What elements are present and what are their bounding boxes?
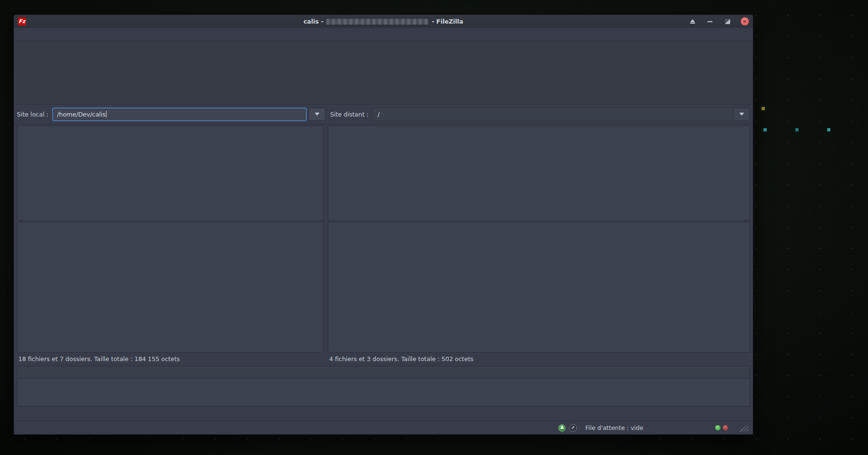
local-list-status: 18 fichiers et 7 dossiers. Taille totale… — [17, 355, 323, 363]
remote-directory-tree — [328, 126, 750, 221]
titlebar[interactable]: Fz calis - - FileZilla ✕ — [14, 15, 753, 28]
maximize-button[interactable] — [723, 17, 732, 26]
shade-button[interactable] — [688, 17, 697, 26]
remote-file-list — [328, 222, 750, 352]
window-title: calis - - FileZilla — [14, 18, 753, 25]
remote-site-input[interactable]: / — [373, 108, 733, 121]
statusbar: A File d'attente : vide — [14, 421, 753, 434]
transfer-queue-body — [17, 378, 749, 406]
remote-list-status: 4 fichiers et 3 dossiers. Taille totale … — [328, 355, 750, 363]
local-site-label: Site local : — [17, 111, 48, 118]
site-path-row: Site local : /home/Dev/calis Site distan… — [14, 104, 753, 124]
minimize-button[interactable] — [706, 17, 714, 26]
desktop-icon-dot — [761, 107, 765, 110]
minimize-icon — [708, 21, 712, 22]
eject-icon — [690, 19, 695, 24]
desktop-icon-dot — [795, 128, 799, 131]
resize-grip[interactable] — [739, 424, 748, 432]
redacted-title-segment — [326, 19, 428, 25]
transfer-mode-auto-icon[interactable]: A — [558, 424, 566, 432]
local-site-dropdown-button[interactable] — [308, 108, 325, 121]
local-file-list — [17, 222, 323, 352]
status-led-red — [723, 425, 728, 430]
menubar — [14, 28, 753, 41]
remote-site-dropdown-button[interactable] — [733, 108, 750, 121]
desktop-icon-dot — [763, 128, 767, 131]
local-directory-tree — [17, 126, 323, 221]
status-led-green — [715, 425, 721, 430]
desktop: Fz calis - - FileZilla ✕ Site local : /h… — [0, 0, 868, 455]
local-site-input[interactable]: /home/Dev/calis — [53, 108, 307, 121]
filezilla-window: Fz calis - - FileZilla ✕ Site local : /h… — [13, 14, 753, 435]
close-icon: ✕ — [741, 17, 749, 26]
speed-limits-icon[interactable] — [569, 424, 577, 432]
close-button[interactable]: ✕ — [740, 17, 749, 26]
remote-site-label: Site distant : — [330, 111, 368, 118]
chevron-down-icon — [315, 113, 320, 116]
maximize-icon — [725, 19, 730, 24]
queue-tabbar — [14, 406, 753, 421]
message-log — [14, 41, 753, 104]
queue-status-text: File d'attente : vide — [585, 424, 643, 431]
chevron-down-icon — [739, 113, 744, 116]
text-caret — [106, 111, 107, 117]
desktop-icon-dot — [827, 128, 830, 131]
transfer-queue — [17, 366, 750, 406]
